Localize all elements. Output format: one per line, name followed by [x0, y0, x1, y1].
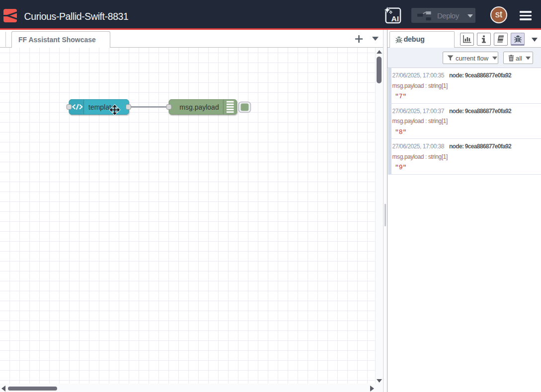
svg-text:msg.payload: msg.payload — [179, 103, 219, 111]
svg-text:AI: AI — [391, 14, 399, 23]
